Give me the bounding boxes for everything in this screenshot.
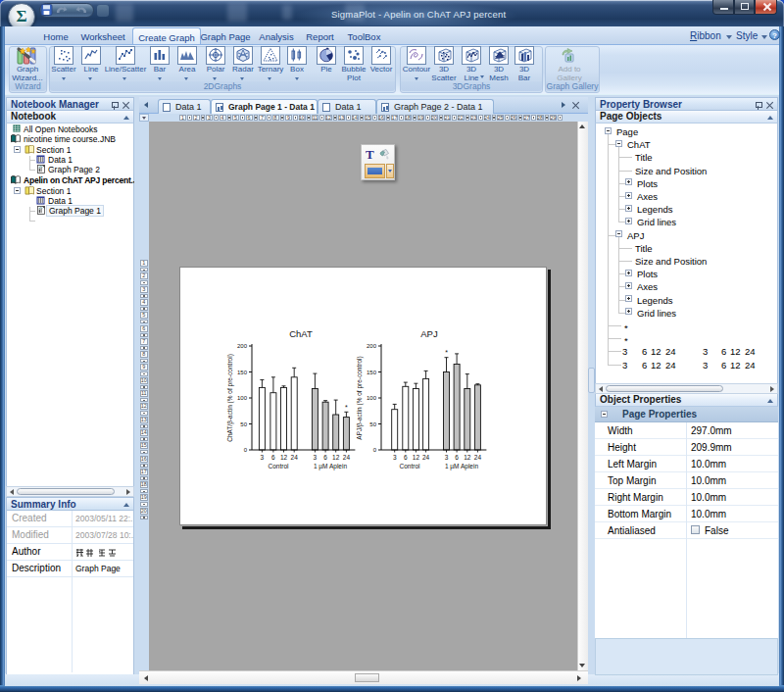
svg-text:APJ/β-actin (% of pre-control): APJ/β-actin (% of pre-control) [356, 356, 364, 439]
svg-text:150: 150 [367, 370, 377, 375]
svg-text:3: 3 [314, 454, 318, 461]
svg-text:150: 150 [237, 370, 248, 375]
svg-text:Control: Control [400, 463, 421, 470]
svg-text:ChAT/β-actin (% of pre-control: ChAT/β-actin (% of pre-control) [226, 354, 234, 442]
svg-text:12: 12 [464, 454, 471, 461]
svg-text:12: 12 [332, 454, 340, 461]
svg-text:6: 6 [323, 454, 327, 461]
svg-text:0: 0 [373, 447, 377, 453]
svg-text:24: 24 [474, 454, 482, 461]
svg-text:200: 200 [237, 343, 248, 349]
svg-text:APJ: APJ [420, 328, 438, 339]
svg-text:3: 3 [261, 454, 265, 461]
svg-text:24: 24 [291, 454, 299, 461]
svg-text:6: 6 [271, 454, 275, 461]
svg-text:*: * [445, 349, 448, 356]
svg-text:3: 3 [393, 454, 397, 461]
svg-text:50: 50 [240, 421, 247, 427]
svg-text:ChAT: ChAT [289, 328, 313, 339]
svg-text:1 µM Aplein: 1 µM Aplein [314, 463, 347, 470]
svg-text:1 µM Aplein: 1 µM Aplein [445, 463, 478, 470]
svg-text:24: 24 [422, 454, 430, 461]
svg-text:12: 12 [280, 454, 288, 461]
svg-text:0: 0 [244, 447, 248, 453]
svg-text:200: 200 [367, 343, 377, 349]
svg-text:24: 24 [343, 454, 351, 461]
svg-text:Control: Control [269, 463, 290, 470]
svg-text:50: 50 [369, 421, 376, 427]
svg-text:3: 3 [445, 454, 449, 461]
svg-text:100: 100 [237, 395, 248, 401]
svg-text:*: * [345, 404, 348, 411]
svg-text:6: 6 [404, 454, 408, 461]
svg-text:100: 100 [367, 395, 377, 401]
svg-text:6: 6 [455, 454, 459, 461]
svg-text:12: 12 [413, 454, 420, 461]
